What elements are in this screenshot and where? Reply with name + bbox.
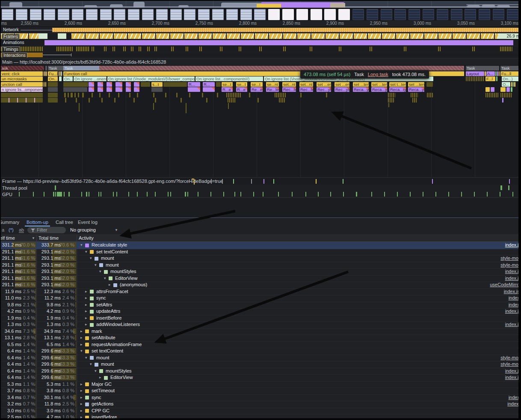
flame-bar[interactable]	[92, 93, 93, 97]
flame-bar[interactable]	[426, 82, 433, 87]
flame-bar[interactable]: set t...tent	[389, 82, 406, 87]
frame-duration-badge[interactable]: 26.9 ms	[498, 33, 518, 39]
filmstrip-screenshot[interactable]	[226, 9, 238, 20]
flame-bar[interactable]	[107, 82, 112, 87]
flame-bar[interactable]	[202, 93, 203, 97]
scroll-indicator[interactable]	[466, 4, 518, 5]
flame-bar[interactable]	[141, 82, 150, 87]
timing-marker[interactable]	[239, 47, 241, 51]
timing-marker-cluster[interactable]	[76, 47, 90, 51]
flame-bar[interactable]	[485, 87, 490, 92]
tab-event-log[interactable]: Event log	[76, 219, 99, 226]
flame-bar[interactable]: set ...tent	[408, 82, 424, 87]
source-link[interactable]: style-mod	[500, 361, 518, 368]
flame-bar[interactable]	[495, 71, 497, 76]
source-link[interactable]: index.js	[505, 275, 518, 282]
flame-bar[interactable]	[491, 87, 494, 92]
timing-marker[interactable]	[199, 47, 202, 51]
table-row[interactable]: 13.1 ms2.8 %13.1 ms2.8 %▸setAttribute	[1, 335, 518, 342]
timing-marker[interactable]	[339, 47, 341, 51]
expander-icon[interactable]: ▾	[85, 355, 87, 361]
flame-bar[interactable]: Re...le	[266, 87, 279, 92]
frame-partial-block[interactable]	[227, 33, 240, 39]
expander-icon[interactable]: ▸	[85, 295, 87, 302]
filmstrip-screenshot[interactable]	[16, 9, 27, 20]
flame-bar[interactable]	[514, 82, 515, 87]
network-track[interactable]: Network	[1, 27, 518, 33]
filmstrip-screenshot[interactable]	[423, 9, 434, 20]
flame-bar[interactable]	[151, 87, 163, 92]
flame-bar[interactable]	[89, 98, 90, 103]
frame-partial-block[interactable]	[311, 33, 325, 39]
flame-bar[interactable]	[496, 76, 497, 81]
frame-partial-block[interactable]	[326, 33, 339, 39]
flame-bar[interactable]	[78, 93, 79, 97]
table-row[interactable]: 9.8 ms2.1 %9.8 ms2.1 %▸setAttrsindex.	[1, 302, 518, 309]
flame-bar[interactable]: se...t	[236, 82, 247, 87]
flame-bar[interactable]: A...	[486, 71, 495, 76]
flame-bar[interactable]	[511, 87, 512, 92]
flame-bar[interactable]	[89, 82, 94, 87]
flame-bar[interactable]	[48, 82, 58, 87]
table-row[interactable]: 6.4 ms1.4 %299.6 ms63.3 %▾set textConten…	[1, 348, 518, 355]
total-time-header[interactable]: Total time	[38, 235, 59, 241]
timing-marker[interactable]	[147, 47, 150, 51]
frame-partial-block[interactable]	[396, 33, 409, 39]
filmstrip-screenshot[interactable]	[409, 9, 420, 20]
timing-marker[interactable]	[283, 47, 286, 51]
flame-bar[interactable]: On ignore ...onents\/)	[74, 76, 107, 81]
network-requests-bar[interactable]	[52, 28, 518, 32]
flame-bar[interactable]	[388, 93, 395, 97]
flame-bar[interactable]: set ...ent	[317, 82, 331, 87]
timing-marker[interactable]	[131, 47, 133, 51]
match-case-icon[interactable]: a	[2, 227, 4, 232]
timing-marker[interactable]	[139, 47, 141, 51]
flame-bar[interactable]	[74, 93, 76, 97]
flame-bar[interactable]	[64, 93, 66, 97]
flame-bar[interactable]	[500, 87, 506, 92]
flame-bar[interactable]	[388, 98, 394, 103]
self-time-header[interactable]: Self time	[1, 235, 15, 241]
flame-bar[interactable]: unction call	[1, 82, 43, 87]
flame-bar[interactable]	[126, 82, 131, 87]
flame-bar[interactable]: Reca...yle	[408, 87, 424, 92]
expander-icon[interactable]: ▸	[80, 341, 83, 348]
flame-bar[interactable]	[89, 87, 94, 92]
frame-partial-block[interactable]	[467, 33, 480, 39]
table-row[interactable]: 291.1 ms61.6 %293.1 ms62.0 %▾mountstyle-…	[1, 255, 518, 262]
table-row[interactable]: 3.2 ms0.7 %11.8 ms2.5 %▸getActionsindex.…	[1, 401, 518, 408]
frame-partial-block[interactable]	[142, 33, 155, 39]
frame-partial-block[interactable]	[71, 33, 85, 39]
filmstrip-screenshot[interactable]	[156, 9, 168, 20]
flame-bar[interactable]: ask	[1, 66, 44, 70]
source-link[interactable]: index.js:	[504, 288, 518, 295]
table-row[interactable]: 6.4 ms1.4 %299.6 ms63.3 %▾mountstyle-mod	[1, 361, 518, 368]
tooltip-long-task-link[interactable]: Long task	[368, 72, 388, 77]
frame-partial-block[interactable]	[382, 33, 395, 39]
table-row[interactable]: 291.1 ms61.6 %293.1 ms62.0 %▾EditorViewi…	[1, 275, 518, 282]
flame-bar[interactable]: Fu...ll	[48, 71, 58, 76]
filmstrip-screenshot[interactable]	[311, 9, 322, 20]
flame-bar[interactable]: F...l	[485, 76, 495, 81]
flame-bar[interactable]	[114, 98, 115, 103]
table-row[interactable]: 11.0 ms2.3 %11.2 ms2.4 %▸syncindex.	[1, 295, 518, 302]
flame-bar[interactable]	[137, 93, 138, 97]
flame-bar[interactable]	[155, 98, 156, 103]
table-row[interactable]: 4.2 ms0.9 %4.2 ms0.9 %▸updateAttrsindex.…	[1, 308, 518, 315]
expander-icon[interactable]: ▸	[85, 302, 87, 308]
flame-bar[interactable]	[99, 93, 101, 97]
flame-bar[interactable]	[129, 93, 130, 97]
flame-bar[interactable]: On ignore list...components\/)	[195, 76, 263, 81]
table-row[interactable]: 291.1 ms61.6 %293.1 ms62.0 %▾mountstyle-…	[1, 262, 518, 269]
animations-track[interactable]: Animations	[1, 40, 518, 46]
timing-marker[interactable]	[154, 47, 157, 51]
flame-bar[interactable]: On ignore list (\/node_modules\/|\/bower…	[107, 76, 195, 81]
flame-bar[interactable]: set ...ent	[335, 82, 349, 87]
filmstrip-screenshot[interactable]	[240, 9, 252, 20]
frame-partial-block[interactable]	[255, 33, 268, 39]
timing-marker-cluster[interactable]	[500, 47, 512, 51]
table-row[interactable]: 3.4 ms0.7 %30.1 ms6.4 %▸syncindex.	[1, 394, 518, 402]
frame-partial-block[interactable]	[86, 33, 99, 39]
table-row[interactable]: 34.6 ms7.3 %34.9 ms7.4 %▸mark	[1, 328, 518, 335]
frame-partial-block[interactable]	[100, 33, 113, 39]
